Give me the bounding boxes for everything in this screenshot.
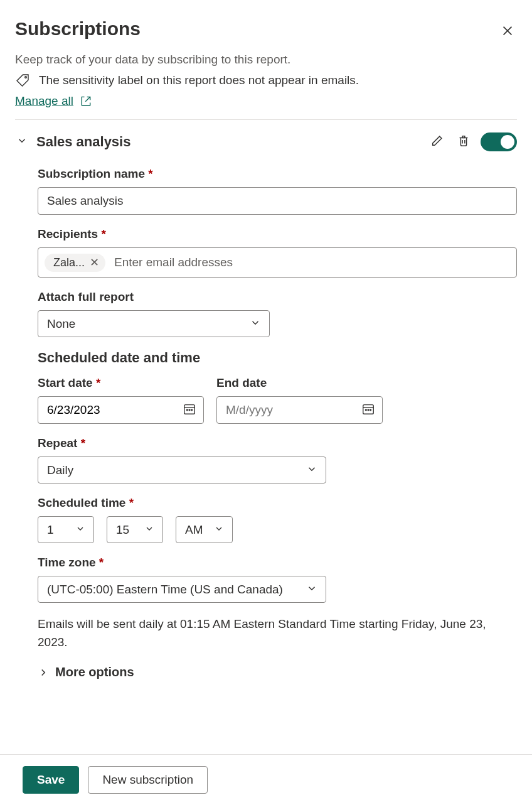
chevron-down-icon <box>16 135 28 146</box>
close-button[interactable] <box>498 21 517 42</box>
subscription-name-input[interactable] <box>38 187 517 215</box>
timezone-field: Time zone * (UTC-05:00) Eastern Time (US… <box>38 556 517 603</box>
enable-toggle[interactable] <box>481 132 517 151</box>
ampm-select[interactable]: AM <box>176 516 233 543</box>
required-marker: * <box>101 227 105 240</box>
more-options-label: More options <box>55 665 134 679</box>
attach-select[interactable]: None <box>38 310 270 337</box>
required-marker: * <box>96 376 100 389</box>
subtitle-text: Keep track of your data by subscribing t… <box>15 53 517 67</box>
more-options-expander[interactable]: More options <box>38 665 517 679</box>
required-marker: * <box>129 496 134 509</box>
calendar-icon[interactable] <box>361 402 375 418</box>
remove-recipient-button[interactable]: ✕ <box>90 257 99 268</box>
subscription-heading: Sales analysis <box>36 134 420 150</box>
start-date-input[interactable] <box>38 396 204 424</box>
timezone-select[interactable]: (UTC-05:00) Eastern Time (US and Canada) <box>38 576 326 603</box>
required-marker: * <box>148 167 152 180</box>
repeat-select[interactable]: Daily <box>38 457 326 484</box>
new-subscription-button[interactable]: New subscription <box>88 766 208 794</box>
svg-point-4 <box>191 409 193 411</box>
hour-select[interactable]: 1 <box>38 516 94 543</box>
subscription-name-label: Subscription name * <box>38 167 517 181</box>
tag-icon <box>15 73 30 88</box>
sensitivity-row: The sensitivity label on this report doe… <box>15 73 517 88</box>
calendar-icon[interactable] <box>183 402 196 418</box>
chevron-right-icon <box>38 667 49 678</box>
pencil-icon <box>430 134 444 148</box>
end-date-label: End date <box>216 376 383 390</box>
minute-select[interactable]: 15 <box>107 516 163 543</box>
scheduled-time-label: Scheduled time * <box>38 496 517 510</box>
svg-point-2 <box>186 409 188 411</box>
edit-button[interactable] <box>428 131 447 152</box>
manage-all-link[interactable]: Manage all <box>15 94 92 108</box>
attach-label: Attach full report <box>38 290 517 304</box>
svg-point-6 <box>365 409 366 411</box>
recipients-input[interactable]: Zala... ✕ <box>38 247 517 278</box>
recipients-text-input[interactable] <box>112 252 510 273</box>
subscription-name-field: Subscription name * <box>38 167 517 215</box>
start-date-label: Start date * <box>38 376 204 390</box>
recipient-chip: Zala... ✕ <box>45 254 105 272</box>
attach-field: Attach full report None <box>38 290 517 337</box>
recipient-chip-label: Zala... <box>53 256 85 269</box>
footer-bar: Save New subscription <box>0 754 532 805</box>
delete-button[interactable] <box>454 131 473 152</box>
required-marker: * <box>81 436 85 450</box>
scheduled-time-field: Scheduled time * 1 15 AM <box>38 496 517 543</box>
start-date-field: Start date * <box>38 376 204 424</box>
schedule-heading: Scheduled date and time <box>38 350 517 366</box>
end-date-field: End date <box>216 376 383 424</box>
svg-point-0 <box>25 77 27 78</box>
recipients-field: Recipients * Zala... ✕ <box>38 227 517 278</box>
sensitivity-text: The sensitivity label on this report doe… <box>39 73 359 87</box>
trash-icon <box>457 134 471 148</box>
svg-point-7 <box>368 409 369 411</box>
required-marker: * <box>99 556 104 569</box>
external-link-icon <box>80 95 92 107</box>
manage-all-label: Manage all <box>15 94 73 108</box>
end-date-input[interactable] <box>216 396 383 424</box>
page-title: Subscriptions <box>15 18 141 40</box>
repeat-label: Repeat * <box>38 436 517 450</box>
recipients-label: Recipients * <box>38 227 517 241</box>
timezone-label: Time zone * <box>38 556 517 570</box>
repeat-field: Repeat * Daily <box>38 436 517 484</box>
expand-collapse-button[interactable] <box>15 134 29 150</box>
close-icon <box>501 24 514 38</box>
svg-point-3 <box>189 409 190 411</box>
save-button[interactable]: Save <box>23 766 79 794</box>
schedule-summary: Emails will be sent daily at 01:15 AM Ea… <box>38 615 517 651</box>
svg-point-8 <box>370 409 371 411</box>
